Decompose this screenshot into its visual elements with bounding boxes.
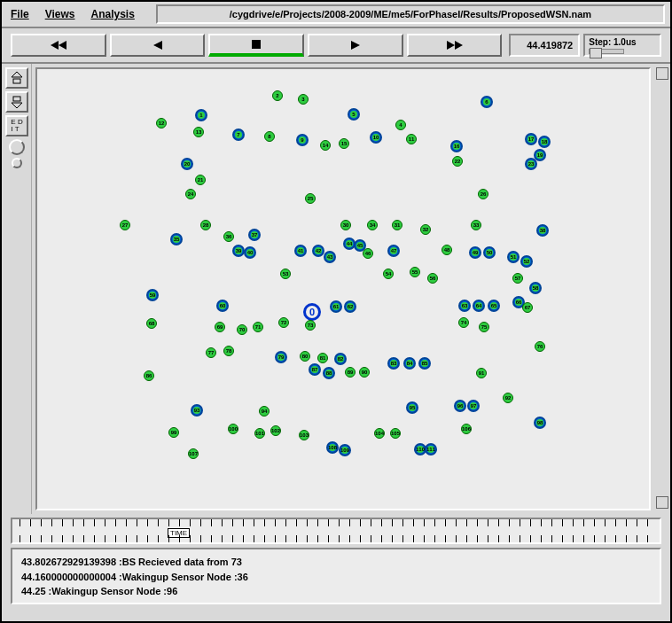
menu-views[interactable]: Views [42, 6, 79, 22]
zoom-in-button[interactable] [5, 67, 28, 89]
forward-button[interactable] [407, 34, 503, 57]
network-node[interactable]: 84 [403, 357, 416, 370]
prev-button[interactable] [110, 34, 206, 57]
network-node[interactable]: 107 [188, 448, 199, 459]
network-node[interactable]: 55 [410, 267, 420, 277]
right-scrollbar[interactable] [654, 64, 670, 514]
network-node[interactable]: 47 [387, 245, 400, 257]
network-node[interactable]: 40 [244, 246, 256, 259]
network-node[interactable]: 15 [339, 138, 349, 149]
network-node[interactable]: 31 [392, 220, 402, 230]
network-node[interactable]: 4 [395, 120, 406, 130]
network-node[interactable]: 65 [488, 300, 500, 312]
network-node[interactable]: 111 [425, 443, 437, 456]
network-node[interactable]: 35 [170, 233, 183, 245]
network-node[interactable]: 67 [522, 302, 533, 313]
scroll-down-arrow[interactable] [656, 496, 668, 509]
network-node[interactable]: 71 [253, 322, 263, 332]
network-node[interactable]: 21 [195, 175, 206, 185]
network-node[interactable]: 85 [418, 357, 431, 370]
network-node[interactable]: 94 [259, 406, 270, 417]
network-node[interactable]: 56 [427, 273, 438, 284]
network-node[interactable]: 78 [223, 346, 234, 356]
network-node[interactable]: 14 [320, 140, 331, 151]
network-node[interactable]: 81 [317, 353, 328, 363]
network-node[interactable]: 34 [367, 220, 378, 230]
network-node[interactable]: 105 [390, 428, 401, 439]
network-node[interactable]: 28 [200, 220, 211, 230]
network-node[interactable]: 7 [232, 128, 245, 141]
network-canvas[interactable]: 0123456789101112131415161718192021222324… [35, 67, 651, 510]
network-node[interactable]: 25 [305, 193, 316, 204]
network-node[interactable]: 88 [323, 367, 335, 379]
network-node[interactable]: 64 [473, 300, 485, 312]
network-node[interactable]: 32 [420, 224, 431, 235]
network-node[interactable]: 41 [294, 245, 307, 257]
radio-large[interactable] [9, 139, 25, 155]
network-node[interactable]: 63 [458, 300, 471, 312]
network-node[interactable]: 100 [228, 424, 238, 434]
network-node[interactable]: 54 [383, 269, 394, 279]
network-node[interactable]: 26 [478, 189, 488, 199]
network-node[interactable]: 74 [458, 317, 469, 328]
network-node[interactable]: 24 [185, 189, 196, 199]
network-node[interactable]: 97 [467, 400, 480, 412]
menu-analysis[interactable]: Analysis [87, 6, 137, 22]
network-node[interactable]: 8 [264, 131, 275, 142]
network-node[interactable]: 50 [483, 246, 496, 259]
network-node[interactable]: 2 [272, 90, 283, 101]
network-node[interactable]: 46 [363, 248, 373, 259]
network-node[interactable]: 16 [450, 140, 463, 152]
network-node[interactable]: 95 [406, 401, 418, 414]
network-node[interactable]: 70 [237, 324, 247, 335]
network-node[interactable]: 102 [270, 425, 281, 436]
play-button[interactable] [308, 34, 403, 57]
network-node[interactable]: 80 [300, 351, 310, 362]
network-node[interactable]: 49 [469, 246, 481, 259]
network-node[interactable]: 48 [441, 245, 452, 255]
network-node[interactable]: 99 [168, 427, 179, 438]
radio-small[interactable] [12, 158, 22, 168]
network-node[interactable]: 30 [340, 220, 351, 230]
network-node[interactable]: 92 [503, 393, 513, 403]
network-node[interactable]: 86 [144, 370, 154, 381]
network-node[interactable]: 6 [481, 96, 493, 108]
network-node[interactable]: 60 [216, 300, 229, 312]
network-node[interactable]: 37 [248, 229, 261, 241]
timeline[interactable]: TIME [11, 518, 661, 544]
network-node[interactable]: 52 [520, 255, 533, 268]
network-node[interactable]: 5 [348, 108, 360, 121]
network-node[interactable]: 22 [452, 156, 463, 167]
network-node[interactable]: 27 [120, 220, 130, 230]
network-node[interactable]: 90 [359, 367, 370, 378]
network-node[interactable]: 91 [476, 368, 487, 378]
network-node[interactable]: 82 [334, 353, 347, 365]
network-node[interactable]: 12 [156, 118, 167, 128]
network-node[interactable]: 87 [309, 363, 321, 376]
network-node[interactable]: 39 [232, 245, 245, 257]
network-node[interactable]: 9 [296, 134, 309, 146]
network-node[interactable]: 108 [326, 441, 339, 454]
network-node[interactable]: 10 [370, 131, 382, 144]
network-node[interactable]: 23 [525, 158, 537, 170]
network-node[interactable]: 72 [278, 317, 289, 328]
network-node[interactable]: 0 [303, 303, 321, 321]
step-control[interactable]: Step: 1.0us [583, 34, 661, 57]
network-node[interactable]: 53 [280, 269, 291, 279]
network-node[interactable]: 109 [339, 444, 351, 456]
network-node[interactable]: 89 [345, 367, 356, 378]
scroll-up-arrow[interactable] [656, 67, 668, 80]
network-node[interactable]: 36 [223, 231, 234, 242]
network-node[interactable]: 83 [387, 357, 400, 370]
network-node[interactable]: 101 [254, 428, 265, 439]
network-node[interactable]: 38 [536, 224, 549, 237]
step-slider[interactable] [589, 49, 624, 54]
network-node[interactable]: 61 [330, 300, 342, 313]
network-node[interactable]: 13 [193, 127, 204, 137]
network-node[interactable]: 106 [461, 424, 472, 434]
stop-button[interactable] [208, 34, 304, 57]
rewind-button[interactable] [11, 34, 106, 57]
network-node[interactable]: 43 [324, 251, 336, 263]
network-node[interactable]: 68 [146, 318, 157, 329]
network-node[interactable]: 75 [479, 322, 489, 332]
